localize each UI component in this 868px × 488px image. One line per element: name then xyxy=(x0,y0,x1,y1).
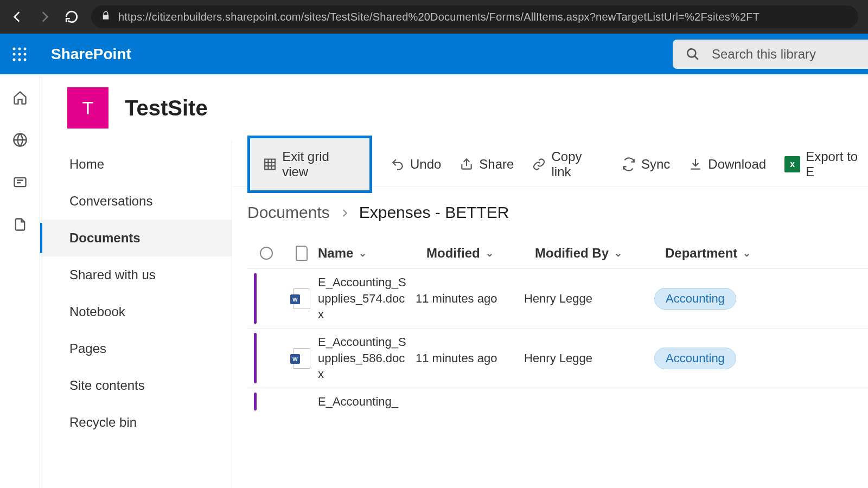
grid-icon xyxy=(263,157,277,171)
modified-by-header-label: Modified By xyxy=(535,246,609,261)
sync-icon xyxy=(622,157,636,171)
department-tag: Accounting xyxy=(654,348,736,369)
copy-link-button[interactable]: Copy link xyxy=(532,149,603,179)
site-header: T TestSite xyxy=(40,74,868,142)
chevron-down-icon: ⌄ xyxy=(486,247,494,259)
sync-button[interactable]: Sync xyxy=(622,157,670,172)
svg-point-3 xyxy=(13,53,16,55)
address-url: https://citizenbuilders.sharepoint.com/s… xyxy=(118,11,760,23)
modified-by-value: Henry Legge xyxy=(524,292,654,306)
chevron-down-icon: ⌄ xyxy=(614,247,622,259)
nav-item-site-contents[interactable]: Site contents xyxy=(40,367,232,404)
search-icon xyxy=(686,47,700,61)
site-logo[interactable]: T xyxy=(67,87,108,129)
link-icon xyxy=(532,157,546,171)
circle-icon xyxy=(260,247,273,260)
share-icon xyxy=(459,157,474,171)
svg-point-8 xyxy=(24,58,27,61)
svg-point-7 xyxy=(18,58,21,61)
nav-item-recycle-bin[interactable]: Recycle bin xyxy=(40,404,232,441)
department-tag: Accounting xyxy=(654,288,736,310)
breadcrumb: Documents Expenses - BETTER xyxy=(232,187,868,238)
browser-forward-button[interactable] xyxy=(37,9,52,24)
share-label: Share xyxy=(479,157,514,172)
copy-link-label: Copy link xyxy=(552,149,603,179)
share-button[interactable]: Share xyxy=(459,157,514,172)
word-doc-icon xyxy=(293,348,310,369)
modified-value: 11 minutes ago xyxy=(416,292,524,306)
nav-item-notebook[interactable]: Notebook xyxy=(40,293,232,330)
svg-point-2 xyxy=(24,47,27,50)
download-icon xyxy=(688,157,703,171)
left-nav: Home Conversations Documents Shared with… xyxy=(40,142,232,488)
department-header[interactable]: Department⌄ xyxy=(665,246,795,261)
export-label: Export to E xyxy=(806,149,868,179)
command-bar: Exit grid view Undo Share Copy link xyxy=(232,142,868,187)
download-label: Download xyxy=(708,157,766,172)
department-header-label: Department xyxy=(665,246,737,261)
table-row[interactable]: E_Accounting_Supplies_574.docx 11 minute… xyxy=(247,268,868,328)
site-title[interactable]: TestSite xyxy=(125,96,208,120)
undo-label: Undo xyxy=(410,157,441,172)
modified-value: 11 minutes ago xyxy=(416,351,524,365)
undo-icon xyxy=(391,157,405,171)
app-launcher-icon[interactable] xyxy=(9,43,30,65)
news-icon[interactable] xyxy=(12,174,28,190)
chevron-down-icon: ⌄ xyxy=(743,247,751,259)
suite-header: SharePoint Search this library xyxy=(0,34,868,74)
exit-grid-label: Exit grid view xyxy=(282,149,356,179)
file-name[interactable]: E_Accounting_ xyxy=(318,394,416,410)
files-icon[interactable] xyxy=(12,216,28,233)
name-header-label: Name xyxy=(318,246,353,261)
lock-icon xyxy=(101,11,111,23)
modified-header[interactable]: Modified⌄ xyxy=(426,246,535,261)
breadcrumb-root[interactable]: Documents xyxy=(247,203,330,222)
chevron-down-icon: ⌄ xyxy=(359,247,367,259)
address-bar[interactable]: https://citizenbuilders.sharepoint.com/s… xyxy=(91,5,858,28)
svg-point-0 xyxy=(13,47,16,50)
chevron-right-icon xyxy=(340,203,349,222)
sync-label: Sync xyxy=(641,157,670,172)
nav-item-home[interactable]: Home xyxy=(40,146,232,183)
svg-point-4 xyxy=(18,53,21,55)
brand-label[interactable]: SharePoint xyxy=(51,46,131,63)
document-grid: Name⌄ Modified⌄ Modified By⌄ Department⌄… xyxy=(232,238,868,415)
word-doc-icon xyxy=(293,288,310,309)
file-name[interactable]: E_Accounting_Supplies_586.docx xyxy=(318,334,416,382)
app-rail xyxy=(0,74,40,488)
file-name[interactable]: E_Accounting_Supplies_574.docx xyxy=(318,274,416,323)
select-all-header[interactable] xyxy=(247,247,285,260)
download-button[interactable]: Download xyxy=(688,157,766,172)
svg-rect-12 xyxy=(265,159,275,169)
main-content: Exit grid view Undo Share Copy link xyxy=(232,142,868,488)
browser-chrome: https://citizenbuilders.sharepoint.com/s… xyxy=(0,0,868,34)
nav-item-pages[interactable]: Pages xyxy=(40,330,232,367)
undo-button[interactable]: Undo xyxy=(391,157,441,172)
search-placeholder: Search this library xyxy=(712,47,816,62)
exit-grid-view-button[interactable]: Exit grid view xyxy=(247,136,372,193)
globe-icon[interactable] xyxy=(12,132,28,148)
modified-by-header[interactable]: Modified By⌄ xyxy=(535,246,665,261)
table-row[interactable]: E_Accounting_ xyxy=(247,388,868,415)
svg-point-6 xyxy=(13,58,16,61)
breadcrumb-current: Expenses - BETTER xyxy=(359,203,509,222)
name-header[interactable]: Name⌄ xyxy=(318,246,426,261)
nav-item-shared[interactable]: Shared with us xyxy=(40,256,232,293)
grid-header-row: Name⌄ Modified⌄ Modified By⌄ Department⌄ xyxy=(247,238,868,268)
nav-item-conversations[interactable]: Conversations xyxy=(40,183,232,220)
modified-header-label: Modified xyxy=(426,246,480,261)
table-row[interactable]: E_Accounting_Supplies_586.docx 11 minute… xyxy=(247,328,868,388)
search-box[interactable]: Search this library xyxy=(673,40,868,69)
export-button[interactable]: x Export to E xyxy=(784,149,868,179)
excel-icon: x xyxy=(784,156,800,172)
svg-point-1 xyxy=(18,47,21,50)
svg-point-9 xyxy=(687,49,695,57)
svg-point-5 xyxy=(24,53,27,55)
browser-refresh-button[interactable] xyxy=(64,9,79,24)
browser-back-button[interactable] xyxy=(10,9,25,24)
nav-item-documents[interactable]: Documents xyxy=(40,220,232,256)
file-icon xyxy=(296,246,308,261)
home-icon[interactable] xyxy=(12,89,28,106)
type-header[interactable] xyxy=(285,246,318,261)
modified-by-value: Henry Legge xyxy=(524,351,654,365)
